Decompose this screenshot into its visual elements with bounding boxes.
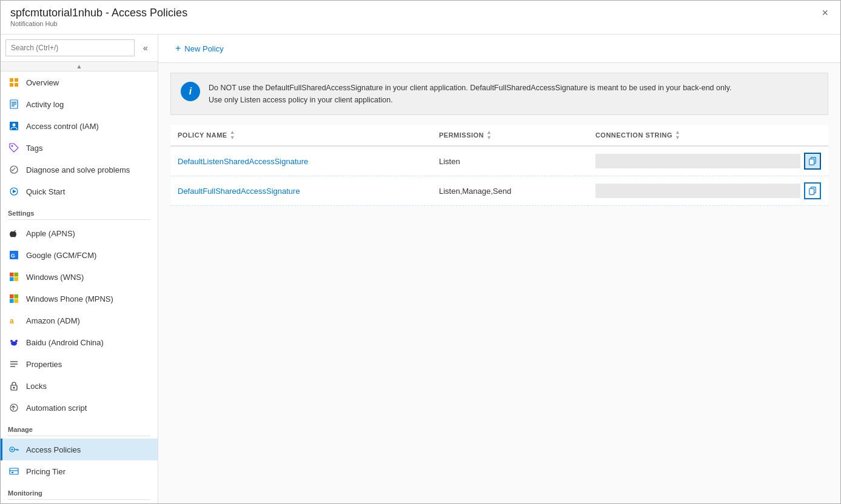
svg-point-10 [12, 145, 13, 147]
sidebar-label-activity-log: Activity log [26, 100, 64, 109]
connection-string-input[interactable] [595, 154, 800, 168]
svg-text:a: a [10, 317, 14, 325]
svg-rect-25 [15, 299, 19, 303]
content-toolbar: + New Policy [158, 35, 840, 63]
sidebar-item-tags[interactable]: Tags [1, 137, 158, 159]
policy-name-cell[interactable]: DefaultListenSharedAccessSignature [170, 146, 432, 176]
svg-rect-22 [10, 294, 14, 299]
sidebar-item-google[interactable]: G Google (GCM/FCM) [1, 244, 158, 266]
col-header-permission: PERMISSION ▲ ▼ [432, 125, 588, 146]
monitoring-section-label: Monitoring [1, 482, 158, 499]
close-button[interactable]: × [819, 7, 831, 19]
automation-icon [8, 402, 20, 414]
svg-line-13 [13, 168, 15, 171]
svg-rect-6 [12, 104, 16, 105]
properties-icon [8, 358, 20, 370]
sidebar-label-amazon: Amazon (ADM) [26, 316, 80, 325]
sidebar-item-automation[interactable]: Automation script [1, 397, 158, 419]
permission-cell: Listen [432, 146, 588, 176]
sort-arrows-permission[interactable]: ▲ ▼ [486, 130, 492, 141]
svg-rect-42 [10, 468, 18, 474]
svg-rect-24 [10, 299, 14, 303]
search-input[interactable] [5, 39, 135, 56]
diagnose-icon [8, 164, 20, 176]
sidebar-item-pricing-tier[interactable]: Pricing Tier [1, 460, 158, 482]
policy-name-cell[interactable]: DefaultFullSharedAccessSignature [170, 176, 432, 206]
svg-rect-44 [12, 472, 13, 473]
svg-rect-5 [12, 102, 16, 103]
new-policy-button[interactable]: + New Policy [170, 41, 229, 56]
title-bar: spfcmtutorial1nhub - Access Policies Not… [1, 1, 840, 35]
sidebar-label-diagnose: Diagnose and solve problems [26, 165, 130, 174]
sidebar-item-apple[interactable]: Apple (APNS) [1, 222, 158, 244]
sidebar-item-overview[interactable]: Overview [1, 71, 158, 93]
sidebar-label-google: Google (GCM/FCM) [26, 251, 96, 260]
tags-icon [8, 142, 20, 154]
sidebar-label-quickstart: Quick Start [26, 187, 65, 196]
scroll-up-button[interactable]: ▲ [1, 62, 158, 71]
main-window: spfcmtutorial1nhub - Access Policies Not… [0, 0, 841, 504]
svg-rect-18 [10, 273, 14, 277]
col-header-connection-string: CONNECTION STRING ▲ ▼ [588, 125, 828, 146]
svg-rect-7 [12, 105, 15, 107]
activity-log-icon [8, 98, 20, 110]
svg-text:G: G [11, 253, 15, 259]
overview-icon [8, 76, 20, 88]
iam-icon [8, 120, 20, 132]
sidebar-item-access-policies[interactable]: Access Policies [1, 439, 158, 460]
sidebar-item-properties[interactable]: Properties [1, 353, 158, 375]
windows-icon [8, 271, 20, 283]
sidebar-item-windows[interactable]: Windows (WNS) [1, 266, 158, 288]
svg-point-29 [11, 342, 17, 346]
policy-table: POLICY NAME ▲ ▼ PERMISSION [170, 125, 828, 206]
sidebar-label-iam: Access control (IAM) [26, 122, 99, 131]
copy-connection-string-button[interactable] [804, 182, 821, 199]
sidebar-item-diagnose[interactable]: Diagnose and solve problems [1, 159, 158, 181]
apple-icon [8, 227, 20, 239]
table-header-row: POLICY NAME ▲ ▼ PERMISSION [170, 125, 828, 146]
connection-string-cell [588, 146, 828, 176]
permission-cell: Listen,Manage,Send [432, 176, 588, 206]
svg-rect-19 [15, 273, 19, 277]
info-line1: Do NOT use the DefaultFullSharedAccessSi… [209, 82, 732, 94]
sidebar-item-quickstart[interactable]: Quick Start [1, 181, 158, 202]
sidebar-item-activity-log[interactable]: Activity log [1, 93, 158, 115]
info-icon-text: i [189, 86, 192, 97]
collapse-sidebar-button[interactable]: « [138, 41, 153, 55]
sidebar-item-locks[interactable]: Locks [1, 375, 158, 397]
manage-section-label: Manage [1, 419, 158, 436]
quickstart-icon [8, 185, 20, 197]
svg-rect-3 [15, 83, 18, 87]
svg-rect-2 [10, 83, 13, 87]
sidebar-label-automation: Automation script [26, 403, 87, 413]
sidebar-item-windowsphone[interactable]: Windows Phone (MPNS) [1, 288, 158, 310]
sort-arrows-policy[interactable]: ▲ ▼ [230, 130, 235, 141]
svg-point-38 [12, 449, 13, 451]
svg-point-35 [10, 404, 18, 411]
copy-connection-string-button[interactable] [804, 153, 821, 170]
windowsphone-icon [8, 293, 20, 305]
svg-rect-23 [15, 294, 19, 299]
sidebar-item-baidu[interactable]: Baidu (Android China) [1, 331, 158, 353]
svg-rect-52 [809, 159, 814, 165]
sort-arrows-connection[interactable]: ▲ ▼ [675, 130, 680, 141]
key-icon [8, 443, 20, 456]
connection-string-input[interactable] [595, 184, 800, 198]
new-policy-label: New Policy [184, 44, 223, 53]
baidu-icon [8, 336, 20, 348]
amazon-icon: a [8, 314, 20, 327]
info-icon: i [181, 82, 200, 101]
sidebar-label-tags: Tags [26, 144, 42, 153]
title-bar-left: spfcmtutorial1nhub - Access Policies Not… [10, 7, 187, 27]
window-subtitle: Notification Hub [10, 20, 187, 27]
sidebar-item-alerts[interactable]: Alerts [1, 502, 158, 503]
svg-rect-1 [15, 78, 18, 82]
sidebar-item-amazon[interactable]: a Amazon (ADM) [1, 310, 158, 331]
svg-marker-15 [13, 190, 16, 193]
sidebar-label-apple: Apple (APNS) [26, 229, 75, 238]
sidebar-item-iam[interactable]: Access control (IAM) [1, 115, 158, 137]
pricing-icon [8, 465, 20, 477]
svg-rect-0 [10, 78, 13, 82]
svg-point-9 [13, 124, 16, 127]
sidebar-label-locks: Locks [26, 382, 47, 391]
